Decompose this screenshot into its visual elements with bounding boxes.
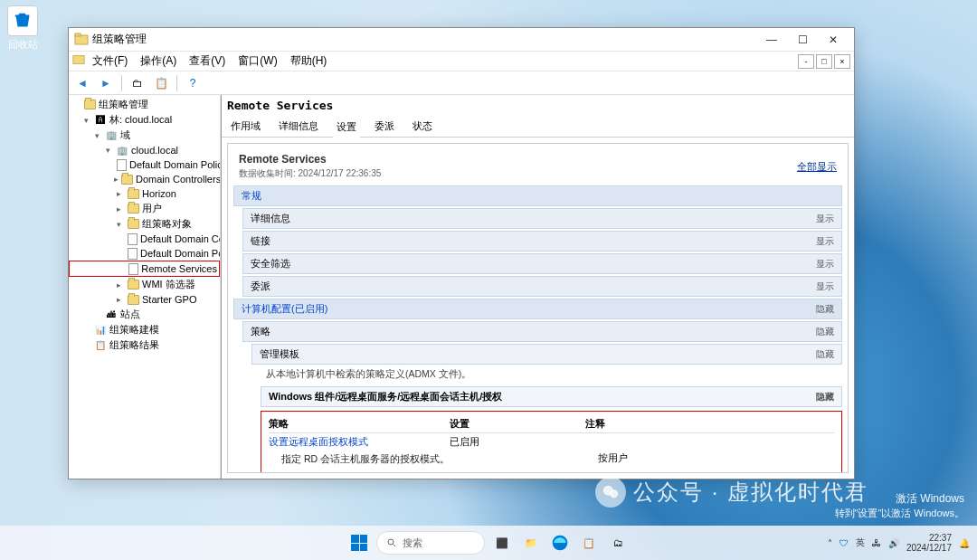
edge-icon[interactable]	[548, 531, 572, 555]
search-icon	[386, 537, 397, 548]
recycle-bin-icon	[7, 5, 38, 36]
ime-indicator[interactable]: 英	[856, 536, 865, 549]
network-icon[interactable]: 🖧	[872, 538, 881, 548]
policy-header-row: 策略设置注释	[269, 415, 834, 433]
policy-highlight-box: 策略设置注释 设置远程桌面授权模式 已启用 指定 RD 会话主机服务器的授权模式…	[261, 411, 842, 473]
svg-point-5	[388, 539, 394, 545]
notification-icon[interactable]: 🔔	[959, 538, 970, 548]
policy-row-1[interactable]: 设置远程桌面授权模式 已启用	[269, 433, 834, 451]
tab-status[interactable]: 状态	[409, 118, 436, 137]
clock[interactable]: 22:37 2024/12/17	[906, 533, 952, 553]
menu-window[interactable]: 窗口(W)	[232, 52, 282, 71]
tree-users[interactable]: ▸用户	[69, 201, 220, 216]
policy1-detail: 指定 RD 会话主机服务器的授权模式。 按用户	[269, 451, 834, 469]
maximize-button[interactable]: ☐	[787, 30, 818, 50]
start-button[interactable]	[347, 531, 371, 555]
svg-rect-1	[75, 33, 81, 36]
section-computer-config[interactable]: 计算机配置(已启用)隐藏	[233, 299, 842, 319]
section-links[interactable]: 链接显示	[242, 231, 842, 252]
section-secfilter[interactable]: 安全筛选显示	[242, 253, 842, 274]
tree-domains[interactable]: ▾🏢域	[69, 128, 220, 143]
back-button[interactable]: ◄	[72, 73, 92, 93]
activation-watermark: 激活 Windows 转到"设置"以激活 Windows。	[835, 491, 965, 520]
content-pane: Remote Services 作用域 详细信息 设置 委派 状态 Remote…	[221, 95, 854, 479]
settings-panel[interactable]: Remote Services 数据收集时间: 2024/12/17 22:36…	[227, 143, 849, 473]
section-general[interactable]: 常规	[233, 185, 842, 206]
toolbar: ◄ ► 🗀 📋 ?	[69, 71, 854, 95]
task-view-icon[interactable]: ⬛	[490, 531, 514, 555]
system-tray[interactable]: ˄ 🛡 英 🖧 🔊 22:37 2024/12/17 🔔	[828, 533, 970, 553]
recycle-bin[interactable]: 回收站	[7, 5, 38, 52]
help-button[interactable]: ?	[183, 73, 203, 93]
volume-icon[interactable]: 🔊	[888, 538, 899, 548]
tree-sites[interactable]: 🏙站点	[69, 307, 220, 322]
tab-scope[interactable]: 作用域	[227, 118, 264, 137]
app-taskbar-icon[interactable]: 🗂	[606, 531, 630, 555]
mdi-max-button[interactable]: □	[816, 54, 832, 69]
close-button[interactable]: ✕	[818, 30, 849, 50]
wechat-icon	[595, 477, 626, 508]
tray-chevron-icon[interactable]: ˄	[828, 538, 832, 548]
menu-view[interactable]: 查看(V)	[184, 52, 231, 71]
taskbar-search[interactable]: 搜索	[376, 531, 485, 555]
minimize-button[interactable]: —	[756, 30, 787, 50]
nav-tree[interactable]: 组策略管理 ▾🅰林: cloud.local ▾🏢域 ▾🏢cloud.local…	[69, 95, 221, 479]
section-policies[interactable]: 策略隐藏	[242, 321, 842, 342]
taskbar[interactable]: 搜索 ⬛ 📁 📋 🗂 ˄ 🛡 英 🖧 🔊 22:37 2024/12/17 🔔	[0, 526, 977, 560]
svg-point-4	[610, 489, 618, 498]
svg-rect-2	[73, 56, 84, 64]
tab-settings[interactable]: 设置	[333, 119, 360, 138]
gpmc-window: 组策略管理 — ☐ ✕ 文件(F) 操作(A) 查看(V) 窗口(W) 帮助(H…	[68, 27, 855, 479]
explorer-icon[interactable]: 📁	[519, 531, 543, 555]
section-admin-templates[interactable]: 管理模板隐藏	[251, 344, 842, 365]
wechat-watermark: 公众号 · 虚拟化时代君	[595, 477, 868, 508]
menubar: 文件(F) 操作(A) 查看(V) 窗口(W) 帮助(H) - □ ×	[69, 52, 854, 71]
menu-file[interactable]: 文件(F)	[87, 52, 133, 71]
tree-result[interactable]: 📋组策略结果	[69, 337, 220, 353]
tree-starter[interactable]: ▸Starter GPO	[69, 292, 220, 307]
admx-note: 从本地计算机中检索的策略定义(ADMX 文件)。	[261, 365, 842, 384]
panel-title: Remote Services	[239, 153, 381, 166]
up-button[interactable]: 🗀	[128, 73, 147, 93]
refresh-button[interactable]: 📋	[151, 73, 171, 93]
section-delegation[interactable]: 委派显示	[242, 276, 842, 297]
window-title: 组策略管理	[92, 32, 756, 47]
forward-button[interactable]: ►	[96, 73, 116, 93]
tree-dc[interactable]: ▸Domain Controllers	[69, 172, 220, 186]
content-heading: Remote Services	[227, 99, 849, 112]
tree-model[interactable]: 📊组策略建模	[69, 322, 220, 337]
tree-wmi[interactable]: ▸WMI 筛选器	[69, 277, 220, 292]
tree-forest[interactable]: ▾🅰林: cloud.local	[69, 112, 220, 128]
svg-line-6	[394, 545, 396, 547]
policy-path-header[interactable]: Windows 组件/远程桌面服务/远程桌面会话主机/授权隐藏	[261, 386, 842, 407]
tree-horizon[interactable]: ▸Horizon	[69, 186, 220, 201]
tree-ddp[interactable]: Default Domain Policy	[69, 157, 220, 172]
tree-root[interactable]: 组策略管理	[69, 97, 220, 112]
tree-remote-services[interactable]: Remote Services	[69, 261, 220, 277]
policy1-link: 设置远程桌面授权模式	[269, 435, 450, 449]
app-icon	[74, 33, 89, 47]
titlebar[interactable]: 组策略管理 — ☐ ✕	[69, 28, 854, 52]
recycle-bin-label: 回收站	[7, 38, 38, 52]
tab-delegation[interactable]: 委派	[371, 118, 398, 137]
tabs: 作用域 详细信息 设置 委派 状态	[222, 116, 854, 138]
mdi-restore-button[interactable]: -	[798, 54, 814, 69]
section-detailinfo[interactable]: 详细信息显示	[242, 208, 842, 229]
show-all-link[interactable]: 全部显示	[797, 160, 837, 174]
tab-details[interactable]: 详细信息	[275, 118, 322, 137]
security-icon[interactable]: 🛡	[839, 538, 849, 548]
menu-help[interactable]: 帮助(H)	[285, 52, 333, 71]
tree-ddp2[interactable]: Default Domain Policy	[69, 246, 220, 261]
gpmc-taskbar-icon[interactable]: 📋	[577, 531, 601, 555]
collected-time: 数据收集时间: 2024/12/17 22:36:35	[239, 167, 381, 180]
app-menu-icon[interactable]	[72, 53, 85, 69]
tree-domain[interactable]: ▾🏢cloud.local	[69, 143, 220, 157]
tree-gpo[interactable]: ▾组策略对象	[69, 216, 220, 232]
tree-ddc[interactable]: Default Domain Controlle	[69, 232, 220, 246]
mdi-close-button[interactable]: ×	[834, 54, 850, 69]
menu-action[interactable]: 操作(A)	[135, 52, 182, 71]
